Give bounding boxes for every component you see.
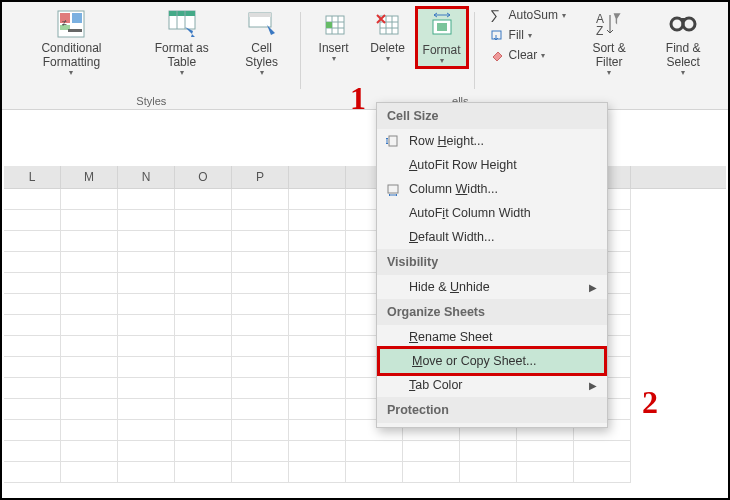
col-header[interactable]: P (232, 166, 289, 188)
dropdown-icon (681, 70, 685, 77)
menu-section-organize: Organize Sheets (377, 299, 607, 325)
dropdown-icon (260, 70, 264, 77)
format-icon (426, 10, 458, 42)
menu-tab-color[interactable]: Tab Color ▶ (377, 373, 607, 397)
menu-label: Row Height... (409, 134, 484, 148)
format-dropdown-menu: Cell Size Row Height... AutoFit Row Heig… (376, 102, 608, 428)
svg-rect-17 (326, 22, 332, 28)
find-select-icon (667, 8, 699, 40)
dropdown-icon (607, 70, 611, 77)
column-headers: L M N O P T (4, 166, 726, 189)
col-header[interactable]: L (4, 166, 61, 188)
svg-rect-7 (169, 11, 195, 16)
menu-hide-unhide[interactable]: Hide & Unhide ▶ (377, 275, 607, 299)
menu-autofit-row-height[interactable]: AutoFit Row Height (377, 153, 607, 177)
fill-label: Fill (509, 28, 524, 42)
menu-move-or-copy-sheet[interactable]: Move or Copy Sheet... (380, 349, 604, 373)
col-header[interactable]: M (61, 166, 118, 188)
autosum-label: AutoSum (509, 8, 558, 22)
fill-icon (489, 27, 505, 43)
ribbon-group-styles: ≠ Conditional Formatting Format as Table… (2, 6, 301, 109)
find-select-button[interactable]: Find & Select (644, 6, 722, 79)
styles-group-label: Styles (2, 95, 301, 107)
find-select-label: Find & Select (650, 42, 716, 70)
menu-section-protection: Protection (377, 397, 607, 423)
sort-filter-button[interactable]: AZ Sort & Filter (574, 6, 644, 79)
submenu-arrow-icon: ▶ (589, 380, 597, 391)
menu-label: Column Width... (409, 182, 498, 196)
cell-styles-label: Cell Styles (235, 42, 289, 70)
dropdown-icon (180, 70, 184, 77)
dropdown-icon (440, 58, 444, 65)
menu-section-visibility: Visibility (377, 249, 607, 275)
sort-filter-label: Sort & Filter (580, 42, 638, 70)
annotation-2: 2 (642, 384, 658, 421)
menu-label: Hide & Unhide (409, 280, 490, 294)
clear-label: Clear (509, 48, 538, 62)
cell-styles-icon (246, 8, 278, 40)
column-width-icon (385, 181, 401, 197)
dropdown-icon (69, 70, 73, 77)
autosum-icon: ∑ (489, 7, 505, 23)
svg-text:∑: ∑ (490, 8, 500, 22)
insert-button[interactable]: Insert (307, 6, 361, 65)
sort-filter-icon: AZ (593, 8, 625, 40)
menu-label: Move or Copy Sheet... (412, 354, 536, 368)
row-height-icon (385, 133, 401, 149)
format-as-table-icon (166, 8, 198, 40)
menu-row-height[interactable]: Row Height... (377, 129, 607, 153)
dropdown-icon (386, 56, 390, 63)
worksheet[interactable]: L M N O P T (4, 110, 726, 496)
ribbon-group-editing: ∑ AutoSum ▾ Fill ▾ Clear ▾ AZ (475, 6, 728, 109)
submenu-arrow-icon: ▶ (589, 282, 597, 293)
col-header[interactable]: O (175, 166, 232, 188)
col-header[interactable]: N (118, 166, 175, 188)
insert-icon (318, 8, 350, 40)
conditional-formatting-label: Conditional Formatting (14, 42, 129, 70)
svg-rect-4 (68, 29, 82, 32)
menu-default-width[interactable]: Default Width... (377, 225, 607, 249)
autosum-button[interactable]: ∑ AutoSum ▾ (487, 6, 568, 24)
menu-label: Tab Color (409, 378, 463, 392)
menu-label: AutoFit Row Height (409, 158, 517, 172)
svg-text:≠: ≠ (62, 18, 67, 28)
dropdown-icon (332, 56, 336, 63)
clear-icon (489, 47, 505, 63)
col-header[interactable] (289, 166, 346, 188)
conditional-formatting-icon: ≠ (55, 8, 87, 40)
menu-column-width[interactable]: Column Width... (377, 177, 607, 201)
delete-icon (372, 8, 404, 40)
conditional-formatting-button[interactable]: ≠ Conditional Formatting (8, 6, 135, 79)
menu-autofit-column-width[interactable]: AutoFit Column Width (377, 201, 607, 225)
menu-label: Rename Sheet (409, 330, 492, 344)
svg-rect-11 (249, 13, 271, 17)
format-as-table-label: Format as Table (141, 42, 223, 70)
format-button[interactable]: Format (415, 6, 469, 69)
svg-rect-2 (72, 13, 82, 23)
svg-rect-24 (437, 23, 447, 31)
menu-label: AutoFit Column Width (409, 206, 531, 220)
svg-rect-32 (389, 136, 397, 146)
fill-button[interactable]: Fill ▾ (487, 26, 568, 44)
svg-text:Z: Z (596, 24, 603, 38)
grid[interactable] (4, 189, 726, 483)
ribbon-group-cells: Insert Delete Format ells (301, 6, 475, 109)
cell-styles-button[interactable]: Cell Styles (229, 6, 295, 79)
menu-rename-sheet[interactable]: Rename Sheet (377, 325, 607, 349)
svg-rect-33 (388, 185, 398, 193)
menu-section-cell-size: Cell Size (377, 103, 607, 129)
menu-label: Default Width... (409, 230, 494, 244)
clear-button[interactable]: Clear ▾ (487, 46, 568, 64)
format-as-table-button[interactable]: Format as Table (135, 6, 229, 79)
delete-button[interactable]: Delete (361, 6, 415, 65)
